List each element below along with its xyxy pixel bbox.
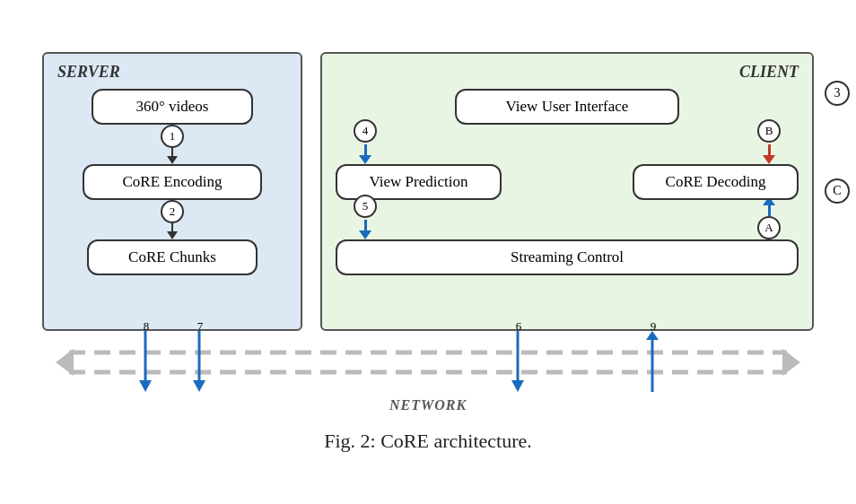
diagram-area: SERVER 360° videos 1 CoRE Encoding [42,52,814,331]
videos-block: 360° videos [92,89,253,125]
main-container: SERVER 360° videos 1 CoRE Encoding [0,34,856,471]
badge-A: A [757,216,781,239]
badge-B: B [757,119,781,143]
badge-5: 5 [354,195,377,218]
client-box: CLIENT View User Interface 4 [320,52,814,331]
encoding-block: CoRE Encoding [83,164,262,200]
server-box: SERVER 360° videos 1 CoRE Encoding [42,52,302,331]
badge-3: 3 [825,81,850,106]
arrow-9-head [646,331,659,340]
network-label: NETWORK [389,397,467,413]
streaming-block: Streaming Control [336,239,799,275]
client-label: CLIENT [336,63,799,82]
client-mid-row: View Prediction CoRE Decoding [336,164,799,200]
server-content: 360° videos 1 CoRE Encoding 2 [57,89,287,275]
arrow-7-head [193,380,205,392]
arrow-1: 1 [154,125,190,164]
core-dec-block: CoRE Decoding [633,164,799,200]
badge-2: 2 [161,200,184,223]
arrow-2: 2 [154,200,190,239]
view-pred-block: View Prediction [336,164,502,200]
arrow-8-head [139,380,152,392]
fig-caption: Fig. 2: CoRE architecture. [324,430,532,453]
arrow-6-head [511,380,524,392]
network-svg [42,331,814,394]
badge-C: C [825,178,850,204]
chunks-block: CoRE Chunks [87,239,258,275]
view-ui-block: View User Interface [455,89,679,125]
badge-1: 1 [161,125,184,148]
badge-4: 4 [354,119,377,143]
server-label: SERVER [57,63,287,82]
